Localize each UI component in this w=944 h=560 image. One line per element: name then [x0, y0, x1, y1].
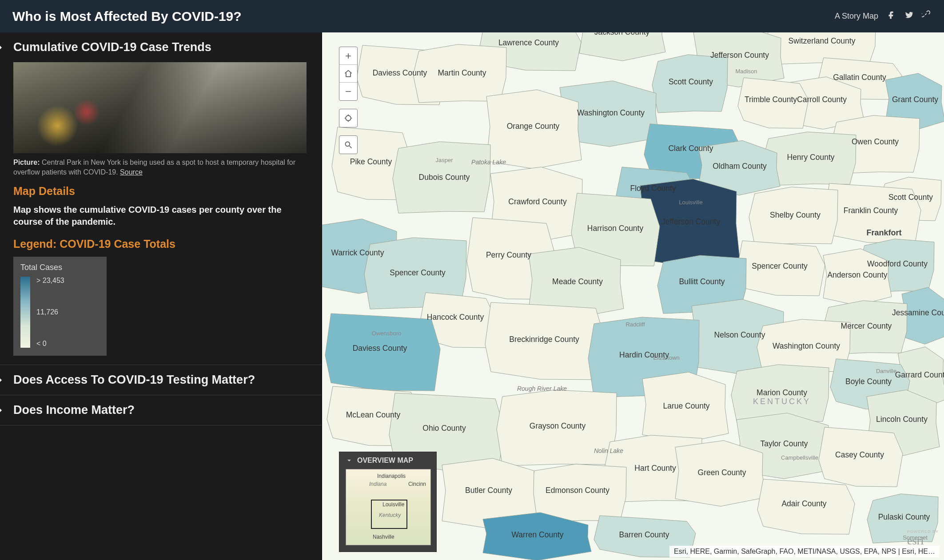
section-expand-icon [0, 41, 2, 54]
county-label: Shelby County [770, 210, 821, 219]
twitter-icon[interactable] [904, 10, 914, 22]
caption-bold: Picture: [13, 159, 40, 166]
county-label: Meade County [552, 277, 603, 286]
overview-title: OVERVIEW MAP [357, 457, 413, 465]
legend-gradient [20, 277, 30, 348]
county-label: Jessamine County [892, 308, 944, 317]
map-place-label: Jasper [435, 157, 453, 163]
county-label: Larue County [663, 401, 709, 410]
locate-button[interactable] [339, 109, 357, 127]
county-label: McLean County [346, 410, 401, 419]
county-label: Franklin County [844, 206, 898, 215]
map-place-label: Madison [735, 68, 757, 75]
side-panel: Cumulative COVID-19 Case Trends Picture:… [0, 32, 322, 560]
county-label: Marion County [757, 388, 807, 397]
county-label: Pulaski County [878, 512, 930, 521]
map-details-text: Map shows the cumulative COVID-19 cases … [13, 204, 308, 228]
county-label: Warren County [511, 530, 563, 539]
county-label: Carroll County [797, 95, 847, 104]
map-place-label: Campbellsville [781, 454, 818, 461]
ov-label: Kentucky [379, 512, 401, 518]
county-label: Owen County [852, 137, 899, 146]
capital-label: Frankfort [866, 228, 901, 237]
legend-ticks: > 23,453 11,726 < 0 [36, 277, 64, 348]
county-label: Taylor County [761, 439, 808, 448]
county-label: Jefferson County [710, 51, 769, 60]
county-label: Jefferson County [661, 217, 720, 226]
county-label: Washington County [577, 108, 645, 117]
overview-header[interactable]: OVERVIEW MAP [339, 452, 436, 469]
map-viewport[interactable]: Jackson CountyLawrence CountySwitzerland… [322, 32, 944, 560]
county-label: Bullitt County [679, 277, 725, 286]
legend-tick-max: > 23,453 [36, 277, 64, 285]
zoom-group [339, 47, 358, 101]
section-heading[interactable]: Cumulative COVID-19 Case Trends [0, 32, 322, 62]
county-label: Oldham County [713, 162, 767, 171]
map-details-heading: Map Details [13, 185, 308, 198]
county-label: Jackson County [594, 32, 650, 36]
caption-text: Central Park in New York is being used a… [13, 159, 295, 176]
zoom-in-button[interactable] [339, 47, 357, 65]
home-button[interactable] [339, 65, 357, 83]
link-icon[interactable] [922, 10, 932, 22]
section-income: Does Income Matter? [0, 395, 322, 425]
county-label: Butler County [465, 486, 512, 495]
county-label: Nelson County [714, 330, 765, 339]
county-label: Perry County [486, 250, 531, 259]
county-label: Hancock County [427, 313, 484, 322]
section-title-text: Does Income Matter? [13, 403, 135, 417]
facebook-icon[interactable] [886, 10, 896, 22]
ov-label: Cincinn [408, 481, 426, 487]
county-label: Garrard County [895, 370, 944, 379]
county-label: Floyd County [630, 184, 676, 193]
section-title-text: Does Access To COVID-19 Testing Matter? [13, 373, 255, 386]
county-label: Anderson County [827, 270, 887, 279]
caption-source-link[interactable]: Source [120, 168, 143, 176]
zoom-out-button[interactable] [339, 83, 357, 100]
overview-mini-map[interactable]: Indianapolis Indiana Cincinn Louisville … [346, 469, 431, 545]
svg-point-0 [346, 115, 351, 121]
state-label: KENTUCKY [753, 397, 811, 406]
legend-tick-min: < 0 [36, 340, 64, 348]
map-place-label: Eliza town [653, 354, 679, 361]
county-label: Daviess County [373, 68, 427, 77]
map-place-label: Nolin Lake [594, 447, 623, 454]
section-heading[interactable]: Does Income Matter? [0, 395, 322, 425]
ov-label: Indianapolis [377, 473, 406, 479]
locate-group [339, 109, 358, 127]
ov-label: Louisville [382, 501, 404, 508]
county-label: Casey County [835, 450, 884, 459]
story-photo [13, 62, 307, 153]
county-label: Hart County [634, 464, 676, 473]
county-label: Grant County [892, 95, 938, 104]
county-label: Mercer County [841, 322, 892, 330]
county-label: Daviess County [353, 344, 407, 353]
section-heading[interactable]: Does Access To COVID-19 Testing Matter? [0, 365, 322, 395]
header-right: A Story Map [835, 10, 932, 22]
county-polygon[interactable] [579, 32, 665, 61]
section-title-text: Cumulative COVID-19 Case Trends [13, 40, 211, 54]
overview-map-panel: OVERVIEW MAP Indianapolis Indiana Cincin… [339, 452, 437, 552]
county-label: Clark County [668, 144, 713, 153]
county-label: Harrison County [587, 224, 644, 233]
search-button[interactable] [339, 136, 357, 154]
county-label: Woodford County [867, 259, 928, 268]
map-place-label: Patoka Lake [471, 159, 506, 166]
county-label: Washington County [773, 342, 840, 350]
county-label: Crawford County [508, 197, 567, 206]
county-label: Adair County [781, 499, 826, 508]
county-label: Switzerland County [789, 36, 856, 45]
county-label: Spencer County [390, 268, 446, 277]
county-label: Dubois County [419, 173, 470, 182]
county-label: Orange County [507, 122, 560, 131]
county-label: Martin County [438, 68, 486, 77]
county-label: Warrick County [331, 248, 384, 257]
esri-branding: POWERED BY esri [907, 527, 939, 548]
county-label: Trimble County [745, 95, 797, 104]
app-title: Who is Most Affected By COVID-19? [12, 9, 242, 24]
map-attribution: Esri, HERE, Garmin, SafeGraph, FAO, METI… [669, 546, 940, 557]
county-label: Spencer County [752, 262, 808, 270]
powered-by-text: POWERED BY [907, 529, 939, 534]
county-label: Grayson County [530, 421, 586, 430]
story-map-label: A Story Map [835, 12, 878, 21]
